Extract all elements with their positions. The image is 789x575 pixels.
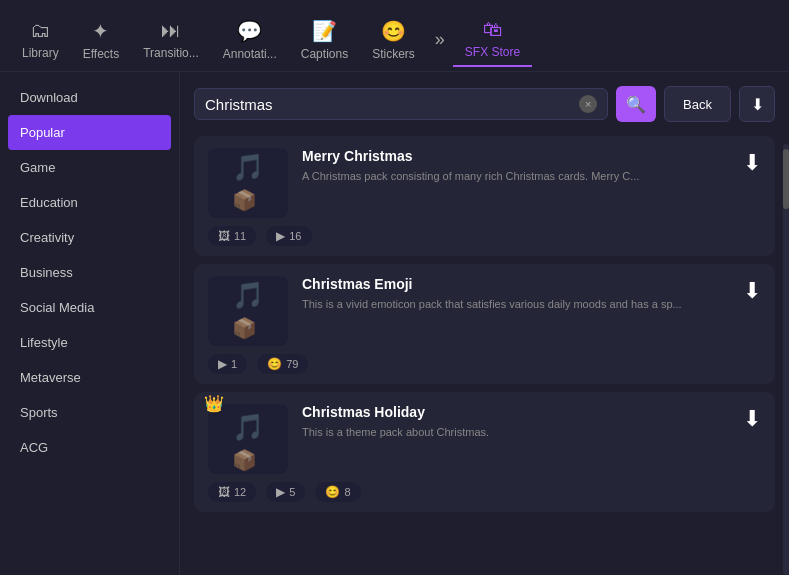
sidebar-item-business[interactable]: Business bbox=[0, 255, 179, 290]
download-all-button[interactable]: ⬇ bbox=[739, 86, 775, 122]
sidebar: Download Popular Game Education Creativi… bbox=[0, 72, 180, 575]
card-info-merry-christmas: Merry Christmas A Christmas pack consist… bbox=[302, 148, 729, 184]
transitions-icon: ⏭ bbox=[161, 19, 181, 42]
search-bar: × 🔍 Back ⬇ bbox=[194, 86, 775, 122]
sidebar-item-acg[interactable]: ACG bbox=[0, 430, 179, 465]
card-desc-christmas-emoji: This is a vivid emoticon pack that satis… bbox=[302, 297, 729, 312]
card-footer-merry-christmas: 🖼 11 ▶ 16 bbox=[208, 226, 761, 246]
card-thumb-merry-christmas: 🎵📦 bbox=[208, 148, 288, 218]
thumb-icon: 🎵📦 bbox=[232, 280, 264, 342]
badge-emoji: 😊 8 bbox=[315, 482, 360, 502]
sidebar-item-creativity[interactable]: Creativity bbox=[0, 220, 179, 255]
card-desc-christmas-holiday: This is a theme pack about Christmas. bbox=[302, 425, 729, 440]
card-thumb-christmas-holiday: 👑 🎵📦 bbox=[208, 404, 288, 474]
more-icon: » bbox=[435, 29, 445, 50]
sidebar-item-sports[interactable]: Sports bbox=[0, 395, 179, 430]
emoji-badge-icon: 😊 bbox=[325, 485, 340, 499]
badge-emoji: 😊 79 bbox=[257, 354, 308, 374]
sidebar-item-education[interactable]: Education bbox=[0, 185, 179, 220]
emoji-badge-icon: 😊 bbox=[267, 357, 282, 371]
main-area: Download Popular Game Education Creativi… bbox=[0, 72, 789, 575]
video-badge-icon: ▶ bbox=[218, 357, 227, 371]
card-thumb-christmas-emoji: 🎵📦 bbox=[208, 276, 288, 346]
card-title-christmas-emoji: Christmas Emoji bbox=[302, 276, 729, 292]
video-badge-icon: ▶ bbox=[276, 485, 285, 499]
nav-label-library: Library bbox=[22, 46, 59, 60]
badge-images: 🖼 11 bbox=[208, 226, 256, 246]
card-title-merry-christmas: Merry Christmas bbox=[302, 148, 729, 164]
nav-item-stickers[interactable]: 😊 Stickers bbox=[360, 13, 427, 67]
sidebar-item-social-media[interactable]: Social Media bbox=[0, 290, 179, 325]
library-icon: 🗂 bbox=[30, 19, 50, 42]
nav-label-effects: Effects bbox=[83, 47, 119, 61]
badge-videos: ▶ 1 bbox=[208, 354, 247, 374]
result-card-merry-christmas[interactable]: 🎵📦 Merry Christmas A Christmas pack cons… bbox=[194, 136, 775, 256]
nav-label-annotations: Annotati... bbox=[223, 47, 277, 61]
nav-item-effects[interactable]: ✦ Effects bbox=[71, 13, 131, 67]
card-info-christmas-holiday: Christmas Holiday This is a theme pack a… bbox=[302, 404, 729, 440]
results-list: 🎵📦 Merry Christmas A Christmas pack cons… bbox=[194, 136, 775, 575]
card-footer-christmas-emoji: ▶ 1 😊 79 bbox=[208, 354, 761, 374]
sidebar-item-lifestyle[interactable]: Lifestyle bbox=[0, 325, 179, 360]
thumb-icon: 🎵📦 bbox=[232, 152, 264, 214]
result-card-christmas-holiday[interactable]: 👑 🎵📦 Christmas Holiday This is a theme p… bbox=[194, 392, 775, 512]
badge-videos: ▶ 16 bbox=[266, 226, 311, 246]
download-icon: ⬇ bbox=[743, 406, 761, 432]
back-button[interactable]: Back bbox=[664, 86, 731, 122]
top-nav: 🗂 Library ✦ Effects ⏭ Transitio... 💬 Ann… bbox=[0, 0, 789, 72]
nav-label-stickers: Stickers bbox=[372, 47, 415, 61]
card-title-christmas-holiday: Christmas Holiday bbox=[302, 404, 729, 420]
card-top: 🎵📦 Christmas Emoji This is a vivid emoti… bbox=[208, 276, 761, 346]
stickers-icon: 😊 bbox=[381, 19, 406, 43]
sidebar-item-popular[interactable]: Popular bbox=[8, 115, 171, 150]
nav-label-transitions: Transitio... bbox=[143, 46, 199, 60]
search-input[interactable] bbox=[205, 96, 571, 113]
sidebar-item-download[interactable]: Download bbox=[0, 80, 179, 115]
video-badge-icon: ▶ bbox=[276, 229, 285, 243]
nav-item-annotations[interactable]: 💬 Annotati... bbox=[211, 13, 289, 67]
download-icon: ⬇ bbox=[743, 278, 761, 304]
annotations-icon: 💬 bbox=[237, 19, 262, 43]
sidebar-item-metaverse[interactable]: Metaverse bbox=[0, 360, 179, 395]
badge-images: 🖼 12 bbox=[208, 482, 256, 502]
image-badge-icon: 🖼 bbox=[218, 485, 230, 499]
search-input-wrap: × bbox=[194, 88, 608, 120]
nav-item-library[interactable]: 🗂 Library bbox=[10, 13, 71, 66]
captions-icon: 📝 bbox=[312, 19, 337, 43]
card-download-christmas-emoji[interactable]: ⬇ bbox=[743, 276, 761, 304]
scrollbar-track bbox=[783, 144, 789, 575]
search-button[interactable]: 🔍 bbox=[616, 86, 656, 122]
card-top: 👑 🎵📦 Christmas Holiday This is a theme p… bbox=[208, 404, 761, 474]
nav-item-sfx[interactable]: 🛍 SFX Store bbox=[453, 12, 532, 67]
card-desc-merry-christmas: A Christmas pack consisting of many rich… bbox=[302, 169, 729, 184]
content-pane: × 🔍 Back ⬇ 🎵📦 Merr bbox=[180, 72, 789, 575]
effects-icon: ✦ bbox=[92, 19, 109, 43]
nav-item-transitions[interactable]: ⏭ Transitio... bbox=[131, 13, 211, 66]
nav-item-captions[interactable]: 📝 Captions bbox=[289, 13, 360, 67]
download-icon: ⬇ bbox=[743, 150, 761, 176]
nav-more-button[interactable]: » bbox=[427, 29, 453, 50]
card-download-christmas-holiday[interactable]: ⬇ bbox=[743, 404, 761, 432]
nav-label-sfx: SFX Store bbox=[465, 45, 520, 59]
result-card-christmas-emoji[interactable]: 🎵📦 Christmas Emoji This is a vivid emoti… bbox=[194, 264, 775, 384]
download-top-icon: ⬇ bbox=[751, 95, 764, 114]
card-footer-christmas-holiday: 🖼 12 ▶ 5 😊 8 bbox=[208, 482, 761, 502]
thumb-icon: 🎵📦 bbox=[232, 412, 264, 474]
scrollbar-thumb[interactable] bbox=[783, 149, 789, 209]
card-top: 🎵📦 Merry Christmas A Christmas pack cons… bbox=[208, 148, 761, 218]
sfx-icon: 🛍 bbox=[483, 18, 503, 41]
clear-search-button[interactable]: × bbox=[579, 95, 597, 113]
sidebar-item-game[interactable]: Game bbox=[0, 150, 179, 185]
image-badge-icon: 🖼 bbox=[218, 229, 230, 243]
search-icon: 🔍 bbox=[626, 95, 646, 114]
badge-videos: ▶ 5 bbox=[266, 482, 305, 502]
card-download-merry-christmas[interactable]: ⬇ bbox=[743, 148, 761, 176]
crown-icon: 👑 bbox=[204, 394, 224, 413]
nav-label-captions: Captions bbox=[301, 47, 348, 61]
card-info-christmas-emoji: Christmas Emoji This is a vivid emoticon… bbox=[302, 276, 729, 312]
